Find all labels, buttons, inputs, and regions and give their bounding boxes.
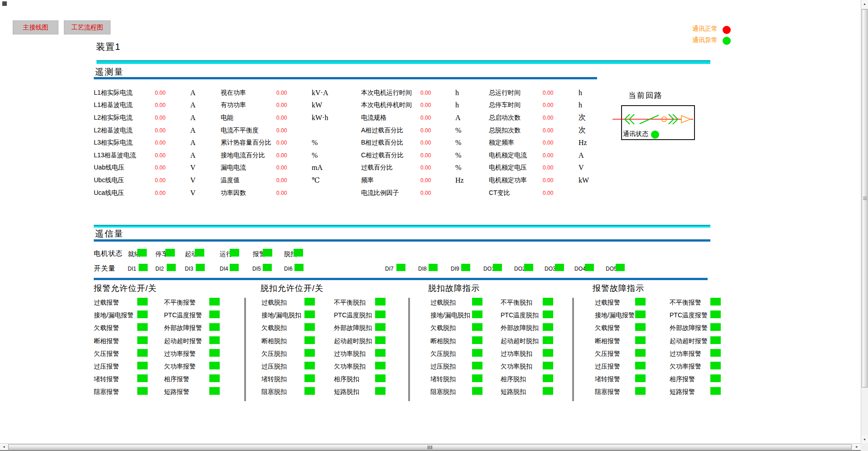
alarm-item-indicator (543, 349, 553, 357)
alarm-item-label: 不平衡报警 (670, 299, 701, 307)
telemetry-value: 0.00 (420, 152, 455, 159)
alarm-item-label: 外部故障报警 (164, 324, 202, 332)
telemetry-unit: h (455, 89, 464, 97)
telemetry-unit: A (190, 101, 196, 109)
telemetry-label: L2相基波电流 (94, 126, 155, 135)
alarm-item-label: PTC温度脱扣 (501, 311, 539, 320)
switch-indicator-DO2 (524, 264, 533, 271)
alarm-item-indicator (137, 336, 148, 344)
scroll-up-button[interactable]: ▲ (861, 0, 868, 8)
switch-label-DI7: DI7 (385, 266, 394, 272)
telemetry-unit: Hz (455, 176, 464, 184)
scroll-left-button[interactable]: ◄ (0, 444, 8, 450)
alarm-item-label: 过载脱扣 (261, 299, 287, 307)
alarm-item-indicator (543, 298, 553, 306)
scada-device-screen: 主接线图 工艺流程图 通讯正常 通讯异常 装置1 遥测量 当前回路 通讯状态 遥… (0, 0, 868, 451)
telemetry-unit: A (190, 89, 196, 97)
telemetry-unit: A (190, 139, 196, 147)
switch-label-DI5: DI5 (252, 266, 261, 272)
alarm-item-indicator (635, 336, 646, 344)
telemetry-unit: mA (312, 164, 328, 172)
alarm-item-label: 欠载脱扣 (261, 324, 287, 332)
alarm-item-indicator (137, 349, 148, 357)
alarm-item-indicator (472, 349, 482, 357)
comm-abnormal-label: 通讯异常 (692, 36, 718, 44)
alarm-item-label: 过载报警 (94, 299, 119, 307)
telemetry-label: B相过载百分比 (361, 139, 420, 147)
horizontal-scrollbar[interactable]: ◄ ► (0, 443, 861, 451)
motor-state-indicator (165, 249, 175, 257)
vertical-scrollbar[interactable]: ▲ ▼ (861, 0, 868, 443)
alarm-item-label: 过功率脱扣 (334, 350, 366, 358)
alarm-item-indicator (543, 387, 553, 395)
telemetry-value: 0.00 (276, 165, 312, 171)
telemetry-label: 接地电流百分比 (221, 151, 276, 160)
switch-indicator-DO1 (493, 264, 502, 271)
telemetry-group-3: 本次电机运行时间0.00h本次电机停机时间0.00h电流规格0.00AA相过载百… (361, 87, 464, 199)
alarm-item-indicator (635, 349, 646, 357)
telemetry-value: 0.00 (276, 90, 312, 96)
alarm-item-indicator (375, 349, 386, 357)
alarm-item-indicator (710, 362, 721, 369)
alarm-item-indicator (304, 387, 315, 395)
switch-indicator-DI6 (294, 264, 304, 271)
telemetry-label: CT变比 (489, 189, 543, 197)
alarm-item-label: 接地/漏电脱扣 (261, 311, 301, 320)
telemetry-label: 电能 (221, 114, 276, 122)
alarm-item-indicator (137, 310, 148, 318)
alarm-item-indicator (635, 374, 646, 382)
alarm-item-indicator (375, 374, 386, 382)
telemetry-value: 0.00 (543, 140, 579, 146)
telemetry-unit: 次 (579, 126, 589, 135)
telemetry-unit: % (312, 139, 328, 147)
telemetry-label: C相过载百分比 (361, 151, 420, 160)
telemetry-value: 0.00 (420, 140, 455, 146)
alarm-item-indicator (375, 387, 386, 395)
telemetry-unit: A (455, 114, 464, 122)
vertical-scrollbar-thumb[interactable] (862, 9, 868, 388)
alarm-item-indicator (209, 362, 220, 369)
scroll-right-button[interactable]: ► (853, 444, 861, 450)
telemetry-label: 总脱扣次数 (489, 126, 543, 135)
main-wiring-diagram-button[interactable]: 主接线图 (13, 20, 58, 34)
telemetry-label: 过载百分比 (361, 164, 420, 172)
alarm-item-label: 欠压脱扣 (261, 350, 287, 358)
telemetry-value: 0.00 (543, 102, 579, 108)
telemetry-label: 电机额定电压 (489, 164, 543, 172)
telemetry-value: 0.00 (276, 127, 312, 134)
alarm-item-label: 欠压脱扣 (430, 350, 456, 358)
alarm-item-indicator (304, 310, 315, 318)
alarm-item-indicator (304, 298, 315, 306)
telemetry-label: L2相实际电流 (94, 114, 155, 122)
alarm-item-indicator (710, 310, 721, 318)
telemetry-unit: V (190, 176, 196, 184)
telemetry-label: L1相实际电流 (94, 89, 155, 97)
alarm-item-label: 短路脱扣 (501, 388, 526, 396)
alarm-item-indicator (209, 374, 220, 382)
telemetry-label: 有功功率 (221, 101, 276, 109)
alarm-item-label: 阻塞报警 (94, 388, 119, 396)
alarm-item-indicator (304, 362, 315, 369)
telemetry-label: 频率 (361, 176, 420, 184)
telemetry-unit: A (190, 126, 196, 135)
telemetry-unit: % (455, 164, 464, 172)
telemetry-unit: % (455, 126, 464, 135)
alarm-item-indicator (209, 310, 220, 318)
telemetry-label: 本次电机运行时间 (361, 89, 420, 97)
alarm-item-label: 断相脱扣 (430, 337, 456, 345)
telemetry-value: 0.00 (420, 90, 455, 96)
telemetry-value: 0.00 (543, 115, 579, 121)
telemetry-label: 额定频率 (489, 139, 543, 147)
horizontal-scrollbar-thumb[interactable] (8, 444, 852, 450)
alarm-item-indicator (375, 298, 386, 306)
telemetry-label: L1相基波电流 (94, 101, 155, 109)
motor-status-row-label: 电机状态 (94, 249, 123, 258)
process-flow-diagram-button[interactable]: 工艺流程图 (64, 20, 111, 34)
telemetry-value: 0.00 (155, 165, 190, 171)
motor-state-indicator (137, 249, 147, 257)
telemetry-unit: kW (579, 176, 589, 184)
alarm-item-label: 相序报警 (670, 375, 695, 383)
scroll-down-button[interactable]: ▼ (861, 436, 868, 443)
switch-label-DI8: DI8 (418, 266, 427, 272)
alarm-item-label: 过功率脱扣 (501, 350, 532, 358)
